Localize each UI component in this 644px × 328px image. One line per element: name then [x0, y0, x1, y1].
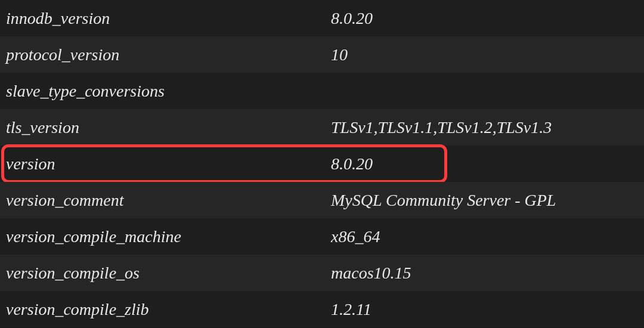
variable-name: version_compile_os	[6, 264, 331, 283]
table-row[interactable]: version_compile_zlib 1.2.11	[0, 291, 644, 327]
table-row[interactable]: version_compile_os macos10.15	[0, 255, 644, 291]
variable-value: 1.2.11	[331, 300, 638, 319]
variable-name: version	[6, 154, 331, 174]
variable-value: TLSv1,TLSv1.1,TLSv1.2,TLSv1.3	[331, 118, 638, 137]
variable-name: version_comment	[6, 191, 331, 210]
table-row[interactable]: version_comment MySQL Community Server -…	[0, 182, 644, 218]
table-row[interactable]: version 8.0.20	[0, 146, 644, 182]
variables-table: innodb_version 8.0.20 protocol_version 1…	[0, 0, 644, 327]
variable-value: x86_64	[331, 227, 638, 246]
variable-value: macos10.15	[331, 264, 638, 283]
table-row[interactable]: slave_type_conversions	[0, 73, 644, 109]
table-row[interactable]: innodb_version 8.0.20	[0, 0, 644, 36]
variable-name: protocol_version	[6, 45, 331, 64]
variable-name: version_compile_zlib	[6, 300, 331, 319]
variable-value: 8.0.20	[331, 154, 638, 174]
variable-name: version_compile_machine	[6, 227, 331, 246]
variable-value: 10	[331, 45, 638, 64]
table-row[interactable]: version_compile_machine x86_64	[0, 218, 644, 255]
variable-value: MySQL Community Server - GPL	[331, 191, 638, 210]
variable-value: 8.0.20	[331, 9, 638, 28]
variable-name: slave_type_conversions	[6, 82, 331, 101]
table-row[interactable]: protocol_version 10	[0, 36, 644, 73]
table-row[interactable]: tls_version TLSv1,TLSv1.1,TLSv1.2,TLSv1.…	[0, 109, 644, 146]
variable-name: tls_version	[6, 118, 331, 137]
variable-name: innodb_version	[6, 9, 331, 28]
